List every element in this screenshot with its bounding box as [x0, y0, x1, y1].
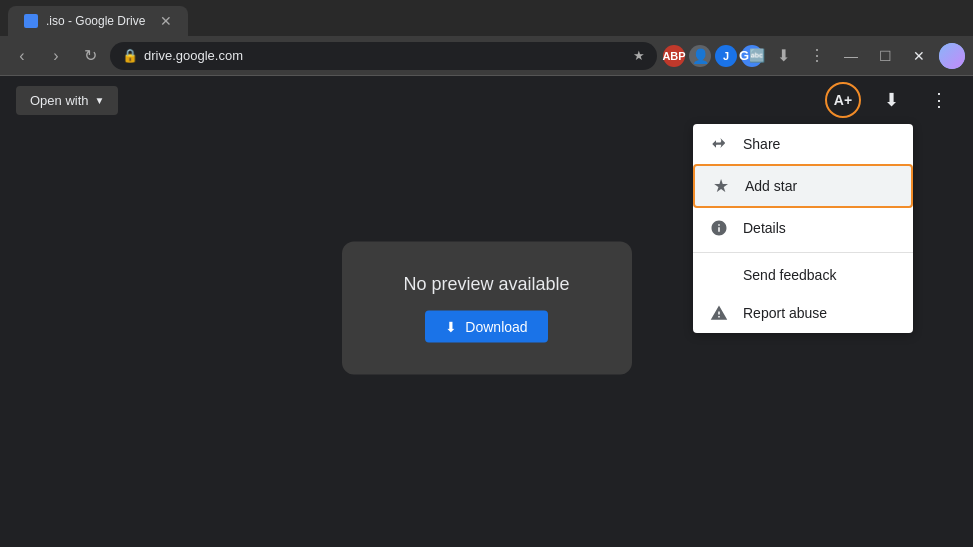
address-text: drive.google.com [144, 48, 627, 63]
browser-download-icon[interactable]: ⬇ [769, 42, 797, 70]
toolbar-download-button[interactable]: ⬇ [873, 82, 909, 118]
menu-item-add-star[interactable]: ★ Add star [693, 164, 913, 208]
tab-favicon [24, 14, 38, 28]
translate-icon[interactable]: G🔤 [741, 45, 763, 67]
star-icon: ★ [711, 176, 731, 196]
tab-close-btn[interactable]: ✕ [160, 13, 172, 29]
drive-a-plus-label: A+ [834, 92, 852, 108]
download-label: Download [465, 318, 527, 334]
close-button[interactable]: ✕ [905, 42, 933, 70]
download-button[interactable]: ⬇ Download [425, 310, 547, 342]
browser-window: .iso - Google Drive ✕ ‹ › ↻ 🔒 drive.goog… [0, 0, 973, 539]
share-label: Share [743, 136, 780, 152]
refresh-button[interactable]: ↻ [76, 42, 104, 70]
download-icon: ⬇ [445, 318, 457, 334]
warning-icon [709, 303, 729, 323]
address-bar[interactable]: 🔒 drive.google.com ★ [110, 42, 657, 70]
forward-button[interactable]: › [42, 42, 70, 70]
share-icon [709, 134, 729, 154]
ext2-icon[interactable]: 👤 [689, 45, 711, 67]
address-bar-row: ‹ › ↻ 🔒 drive.google.com ★ ABP 👤 J G🔤 ⬇ … [0, 36, 973, 76]
browser-menu-icon[interactable]: ⋮ [803, 42, 831, 70]
report-abuse-label: Report abuse [743, 305, 827, 321]
info-icon [709, 218, 729, 238]
tab-bar: .iso - Google Drive ✕ [0, 0, 973, 36]
drive-a-plus-icon-button[interactable]: A+ [825, 82, 861, 118]
minimize-button[interactable]: — [837, 42, 865, 70]
profile-avatar[interactable] [939, 43, 965, 69]
menu-item-report-abuse[interactable]: Report abuse [693, 293, 913, 333]
toolbar-download-icon: ⬇ [884, 89, 899, 111]
maximize-button[interactable]: ☐ [871, 42, 899, 70]
ext3-icon[interactable]: J [715, 45, 737, 67]
open-with-arrow-icon: ▼ [95, 95, 105, 106]
menu-item-share[interactable]: Share [693, 124, 913, 164]
active-tab[interactable]: .iso - Google Drive ✕ [8, 6, 188, 36]
drive-toolbar: Open with ▼ A+ ⬇ ⋮ [0, 76, 973, 124]
toolbar-more-button[interactable]: ⋮ [921, 82, 957, 118]
back-button[interactable]: ‹ [8, 42, 36, 70]
toolbar-more-icon: ⋮ [930, 89, 948, 111]
extension-icons: ABP 👤 J G🔤 [663, 45, 763, 67]
menu-item-details[interactable]: Details [693, 208, 913, 248]
no-preview-text: No preview available [403, 273, 569, 294]
menu-item-send-feedback[interactable]: Send feedback [693, 257, 913, 293]
main-content: Open with ▼ A+ ⬇ ⋮ No preview available … [0, 76, 973, 539]
preview-card: No preview available ⬇ Download [342, 241, 632, 374]
send-feedback-label: Send feedback [743, 267, 836, 283]
add-star-label: Add star [745, 178, 797, 194]
menu-divider [693, 252, 913, 253]
abp-extension-icon[interactable]: ABP [663, 45, 685, 67]
tab-title: .iso - Google Drive [46, 14, 145, 28]
open-with-button[interactable]: Open with ▼ [16, 86, 118, 115]
details-label: Details [743, 220, 786, 236]
dropdown-menu: Share ★ Add star Details Send feedback [693, 124, 913, 333]
